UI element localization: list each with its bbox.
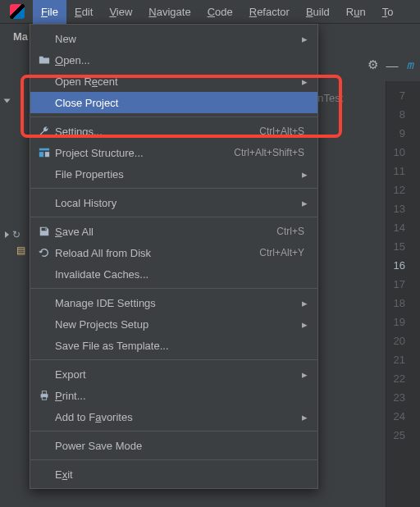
menu-item-label: Open...	[55, 54, 90, 66]
menu-item-file-properties[interactable]: File Properties ▸	[30, 163, 317, 185]
svg-rect-2	[45, 152, 49, 157]
menu-separator	[30, 359, 317, 360]
line-number: 25	[386, 426, 405, 445]
menu-item-project-structure[interactable]: Project Structure... Ctrl+Alt+Shift+S	[30, 142, 317, 163]
toolbar-title: Ma	[13, 30, 28, 43]
submenu-arrow-icon: ▸	[302, 33, 311, 45]
menu-item-label: Print...	[55, 390, 86, 402]
line-number: 17	[386, 275, 405, 294]
menu-item-print[interactable]: Print...	[30, 385, 317, 406]
menu-item-label: Invalidate Caches...	[55, 268, 148, 281]
menu-refactor[interactable]: Refactor	[241, 0, 298, 24]
menu-separator	[30, 431, 317, 432]
svg-rect-1	[39, 152, 43, 157]
save-icon	[37, 226, 52, 237]
menubar: File Edit View Navigate Code Refactor Bu…	[0, 0, 420, 24]
menu-item-label: Power Save Mode	[55, 440, 142, 452]
svg-rect-5	[42, 397, 46, 400]
menu-item-settings[interactable]: Settings... Ctrl+Alt+S	[30, 121, 317, 142]
line-number-current: 16	[386, 256, 405, 275]
editor-gutter: 7 8 9 10 11 12 13 14 15 16 17 18 19 20 2…	[386, 81, 420, 507]
ide-logo	[10, 4, 25, 19]
right-toolbar: ⚙ — m	[361, 48, 420, 81]
menu-item-manage-ide[interactable]: Manage IDE Settings ▸	[30, 292, 317, 313]
minimize-icon[interactable]: —	[386, 58, 399, 72]
menu-file[interactable]: File	[33, 0, 66, 24]
menu-separator	[30, 188, 317, 189]
menu-item-open-recent[interactable]: Open Recent ▸	[30, 71, 317, 92]
menu-item-label: Save File as Template...	[55, 340, 169, 352]
menu-item-open[interactable]: Open...	[30, 49, 317, 71]
menu-build[interactable]: Build	[298, 0, 338, 24]
menu-shortcut: Ctrl+Alt+Shift+S	[234, 147, 311, 158]
menu-code[interactable]: Code	[199, 0, 241, 24]
menu-item-label: Close Project	[55, 97, 118, 109]
menu-item-close-project[interactable]: Close Project	[30, 92, 317, 113]
menu-shortcut: Ctrl+Alt+S	[259, 126, 311, 137]
project-structure-icon	[37, 147, 52, 158]
gear-icon[interactable]: ⚙	[368, 57, 378, 72]
menu-separator	[30, 217, 317, 217]
menu-item-save-all[interactable]: Save All Ctrl+S	[30, 221, 317, 242]
menu-item-label: File Properties	[55, 168, 124, 180]
line-number: 20	[386, 331, 405, 350]
menu-item-add-favorites[interactable]: Add to Favorites ▸	[30, 406, 317, 427]
submenu-arrow-icon: ▸	[302, 411, 311, 423]
line-number: 13	[386, 199, 405, 218]
line-number: 8	[386, 105, 405, 124]
print-icon	[37, 390, 52, 401]
menu-edit[interactable]: Edit	[66, 0, 101, 24]
wrench-icon	[37, 126, 52, 137]
line-number: 24	[386, 407, 405, 426]
menu-item-label: Project Structure...	[55, 147, 144, 159]
line-number: 9	[386, 124, 405, 143]
line-number: 22	[386, 369, 405, 388]
line-number: 12	[386, 180, 405, 199]
line-number: 15	[386, 237, 405, 256]
submenu-arrow-icon: ▸	[302, 168, 311, 180]
line-number: 7	[386, 86, 405, 105]
line-number: 14	[386, 218, 405, 237]
menu-item-reload-disk[interactable]: Reload All from Disk Ctrl+Alt+Y	[30, 242, 317, 263]
folder-open-icon	[37, 54, 52, 66]
menu-item-label: Reload All from Disk	[55, 247, 151, 259]
menu-item-label: Open Recent	[55, 75, 118, 88]
menu-item-label: Manage IDE Settings	[55, 297, 156, 309]
editor-tab-m[interactable]: m	[407, 58, 413, 71]
menu-item-power-save[interactable]: Power Save Mode	[30, 435, 317, 456]
menu-tools[interactable]: To	[374, 0, 402, 24]
line-number: 10	[386, 143, 405, 162]
menu-item-label: Exit	[55, 468, 73, 481]
line-number: 11	[386, 162, 405, 180]
menu-separator	[30, 116, 317, 117]
menu-item-label: Add to Favorites	[55, 411, 133, 423]
menu-item-save-template[interactable]: Save File as Template...	[30, 335, 317, 356]
submenu-arrow-icon: ▸	[302, 75, 311, 88]
menu-item-new[interactable]: New ▸	[30, 28, 317, 49]
menu-item-new-projects-setup[interactable]: New Projects Setup ▸	[30, 313, 317, 335]
menu-item-label: Save All	[55, 226, 94, 238]
menu-item-invalidate-caches[interactable]: Invalidate Caches...	[30, 263, 317, 285]
menu-item-label: Local History	[55, 197, 116, 209]
reload-icon	[37, 247, 52, 258]
menu-run[interactable]: Run	[338, 0, 374, 24]
line-number: 19	[386, 313, 405, 331]
menu-item-label: Settings...	[55, 126, 103, 138]
line-number: 21	[386, 350, 405, 369]
file-menu-dropdown: New ▸ Open... Open Recent ▸ Close Projec…	[30, 24, 318, 489]
menu-item-label: Export	[55, 368, 86, 381]
menu-shortcut: Ctrl+Alt+Y	[259, 247, 311, 258]
menu-separator	[30, 288, 317, 289]
menu-item-export[interactable]: Export ▸	[30, 363, 317, 385]
recycle-icon: ↻	[12, 229, 21, 240]
menu-item-local-history[interactable]: Local History ▸	[30, 192, 317, 213]
menu-item-exit[interactable]: Exit	[30, 464, 317, 485]
svg-rect-0	[39, 148, 49, 151]
submenu-arrow-icon: ▸	[302, 318, 311, 331]
menu-navigate[interactable]: Navigate	[140, 0, 199, 24]
menu-item-label: New Projects Setup	[55, 318, 148, 331]
menu-view[interactable]: View	[101, 0, 140, 24]
menu-separator	[30, 459, 317, 460]
submenu-arrow-icon: ▸	[302, 368, 311, 381]
svg-rect-4	[42, 391, 46, 395]
